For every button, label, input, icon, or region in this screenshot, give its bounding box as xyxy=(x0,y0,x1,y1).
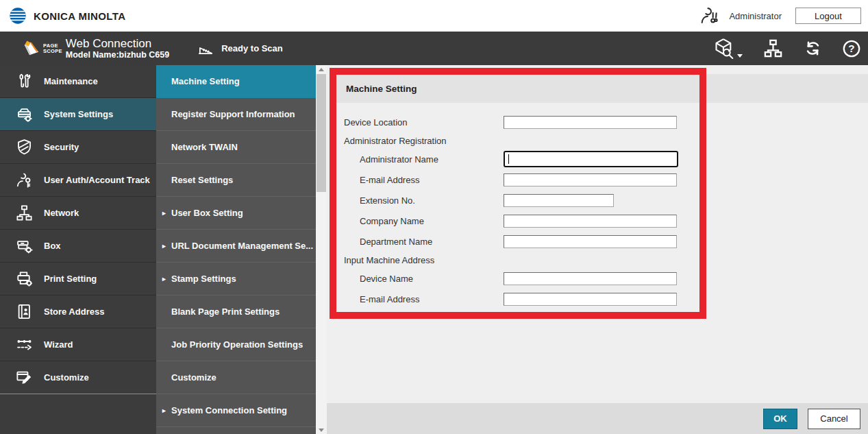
company-name-input[interactable] xyxy=(504,215,677,228)
submenu-item-machine-setting[interactable]: Machine Setting xyxy=(156,65,316,98)
sidebar-item-label: Maintenance xyxy=(44,76,98,86)
input-wrapper xyxy=(504,235,677,248)
sidebar-item-print-setting[interactable]: Print Setting xyxy=(0,263,156,296)
extension-no-input[interactable] xyxy=(504,194,614,207)
sidebar-item-store-address[interactable]: Store Address xyxy=(0,296,156,328)
input-wrapper xyxy=(504,194,614,207)
form-section-input-machine-address: Input Machine Address xyxy=(344,252,697,268)
submenu-item-reset-settings[interactable]: Reset Settings xyxy=(156,164,316,197)
product-block: Web Connection Model Name:bizhub C659 xyxy=(66,37,169,60)
help-icon-button[interactable]: ? xyxy=(842,39,861,58)
submenu-item-label: Blank Page Print Settings xyxy=(171,306,280,317)
form-row-e-mail-address: E-mail Address xyxy=(344,289,697,309)
sidebar-item-label: Security xyxy=(44,142,79,152)
submenu-item-job-priority-operation-settings[interactable]: Job Priority Operation Settings xyxy=(156,328,316,361)
pagescope-icon xyxy=(21,40,40,58)
maintenance-tools-icon xyxy=(15,72,34,91)
sidebar-item-user-auth-account-track[interactable]: User Auth/Account Track xyxy=(0,164,156,197)
sidebar-item-label: Customize xyxy=(44,372,89,383)
sidebar-item-label: System Settings xyxy=(44,109,113,119)
pagescope-wordmark: PAGE SCOPE xyxy=(43,43,62,53)
submenu-item-url-document-management-se[interactable]: ►URL Document Management Se... xyxy=(156,230,316,263)
submenu-item-label: Reset Settings xyxy=(171,175,233,185)
sidebar-item-label: User Auth/Account Track xyxy=(44,175,150,185)
e-mail-address-input[interactable] xyxy=(504,173,677,186)
submenu-item-label: Machine Setting xyxy=(171,76,240,86)
submenu-scrollbar[interactable] xyxy=(316,65,327,434)
sidebar-item-label: Store Address xyxy=(44,306,104,317)
submenu-item-system-connection-setting[interactable]: ►System Connection Setting xyxy=(156,394,316,427)
administrator-name-input[interactable] xyxy=(504,151,678,167)
system-settings-icon xyxy=(15,105,34,123)
svg-text:?: ? xyxy=(848,43,854,54)
sidebar-item-wizard[interactable]: Wizard xyxy=(0,328,156,361)
submenu-item-stamp-settings[interactable]: ►Stamp Settings xyxy=(156,263,316,296)
submenu-item-customize[interactable]: Customize xyxy=(156,361,316,394)
department-name-input[interactable] xyxy=(504,235,677,248)
submenu-item-label: Job Priority Operation Settings xyxy=(171,339,303,350)
e-mail-address-input[interactable] xyxy=(504,293,677,306)
pagescope-logo: PAGE SCOPE xyxy=(21,40,62,58)
scroll-up-icon[interactable] xyxy=(316,65,327,73)
main-sidebar: MaintenanceSystem SettingsSecurityUser A… xyxy=(0,65,156,434)
expand-arrow-icon: ► xyxy=(161,243,167,250)
form-row-department-name: Department Name xyxy=(344,231,697,252)
sidebar-item-maintenance[interactable]: Maintenance xyxy=(0,65,156,98)
expand-arrow-icon: ► xyxy=(161,276,167,282)
submenu-panel: Machine SettingRegister Support Informat… xyxy=(156,65,316,434)
sidebar-item-box[interactable]: Box xyxy=(0,230,156,263)
sidebar-item-customize[interactable]: Customize xyxy=(0,361,156,394)
submenu-item-label: Stamp Settings xyxy=(171,274,236,284)
network-map-icon-button[interactable] xyxy=(762,38,784,59)
device-search-icon-button[interactable] xyxy=(712,37,743,60)
sidebar-item-network[interactable]: Network xyxy=(0,197,156,230)
input-wrapper xyxy=(504,173,677,186)
scroll-down-icon[interactable] xyxy=(316,426,327,434)
submenu-item-label: URL Document Management Se... xyxy=(171,241,313,251)
device-name-input[interactable] xyxy=(504,272,677,285)
administrator-icon xyxy=(699,5,721,27)
form-row-device-location: Device Location xyxy=(344,112,697,132)
expand-arrow-icon: ► xyxy=(161,210,167,217)
machine-setting-form: Device LocationAdministrator Registratio… xyxy=(344,112,697,309)
user-auth-key-icon xyxy=(15,171,34,189)
sidebar-item-security[interactable]: Security xyxy=(0,131,156,164)
submenu-item-register-support-information[interactable]: Register Support Information xyxy=(156,98,316,131)
sidebar-item-system-settings[interactable]: System Settings xyxy=(0,98,156,131)
konica-minolta-logo: KONICA MINOLTA xyxy=(7,6,125,25)
field-label: Device Location xyxy=(344,117,504,128)
dropdown-caret-icon xyxy=(737,54,743,58)
page-title-band: Machine Setting xyxy=(334,74,868,103)
form-section-administrator-registration: Administrator Registration xyxy=(344,132,697,149)
scanner-status-icon xyxy=(197,40,214,58)
refresh-icon-button[interactable] xyxy=(804,39,822,58)
submenu-item-user-box-setting[interactable]: ►User Box Setting xyxy=(156,197,316,230)
logout-button[interactable]: Logout xyxy=(795,8,861,24)
input-wrapper xyxy=(504,151,678,167)
field-label: E-mail Address xyxy=(344,175,504,185)
field-label: Department Name xyxy=(344,237,504,247)
device-location-input[interactable] xyxy=(504,116,677,129)
input-wrapper xyxy=(504,272,677,285)
submenu-item-label: User Box Setting xyxy=(171,208,243,218)
input-wrapper xyxy=(504,215,677,228)
ok-button[interactable]: OK xyxy=(763,409,797,429)
product-title: Web Connection xyxy=(66,37,169,50)
submenu-item-network-twain[interactable]: Network TWAIN xyxy=(156,131,316,164)
scrollbar-thumb[interactable] xyxy=(317,74,326,192)
page-title: Machine Setting xyxy=(334,74,868,94)
sidebar-item-label: Box xyxy=(44,241,61,251)
cancel-button[interactable]: Cancel xyxy=(808,409,860,429)
box-gear-icon xyxy=(15,237,34,255)
top-header-bar: KONICA MINOLTA Administrator Logout xyxy=(0,0,868,32)
input-wrapper xyxy=(504,293,677,306)
form-row-device-name: Device Name xyxy=(344,268,697,289)
content-area: Machine Setting Device LocationAdministr… xyxy=(327,65,868,434)
sidebar-item-label: Network xyxy=(44,208,79,218)
konica-minolta-globe-icon xyxy=(8,6,27,25)
submenu-item-label: System Connection Setting xyxy=(171,405,287,415)
submenu-item-blank-page-print-settings[interactable]: Blank Page Print Settings xyxy=(156,296,316,328)
network-map-icon xyxy=(762,38,784,59)
text-caret xyxy=(508,154,509,164)
field-label: Extension No. xyxy=(344,195,504,206)
